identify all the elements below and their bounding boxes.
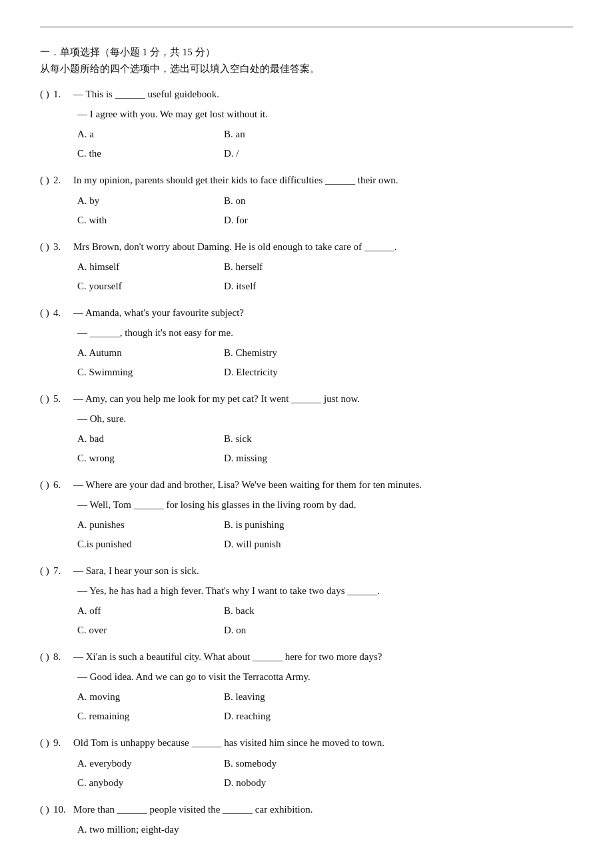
question-7-option-1-0: C. over: [77, 621, 224, 639]
question-9-options-row-1: C. anybodyD. nobody: [77, 774, 573, 792]
question-4-option-0-1: B. Chemistry: [224, 344, 370, 362]
question-4-option-1-1: D. Electricity: [224, 363, 370, 381]
questions-container: ( )1.— This is ______ useful guidebook.—…: [40, 86, 573, 839]
question-1-line-0: ( )1.— This is ______ useful guidebook.: [40, 86, 573, 103]
question-3-line-0: ( )3.Mrs Brown, don't worry about Daming…: [40, 239, 573, 256]
question-2-line-0: ( )2.In my opinion, parents should get t…: [40, 172, 573, 189]
question-5-text: — Amy, can you help me look for my pet c…: [73, 391, 573, 408]
question-5-line-0: ( )5.— Amy, can you help me look for my …: [40, 391, 573, 408]
question-8-line-0: ( )8.— Xi'an is such a beautiful city. W…: [40, 649, 573, 666]
question-8-options-row-1: C. remainingD. reaching: [77, 707, 573, 725]
question-8-paren: ( ): [40, 651, 53, 663]
question-10-option-0-1: [224, 821, 370, 839]
question-3-num: 3.: [53, 241, 73, 253]
question-8-num: 8.: [53, 651, 73, 663]
question-7-option-0-1: B. back: [224, 602, 370, 620]
question-7-options-row-1: C. overD. on: [77, 621, 573, 639]
question-6-option-0-0: A. punishes: [77, 516, 224, 534]
question-6-answer-line: — Well, Tom ______ for losing his glasse…: [77, 497, 573, 514]
question-2-text: In my opinion, parents should get their …: [73, 172, 573, 189]
question-2: ( )2.In my opinion, parents should get t…: [40, 172, 573, 229]
question-1: ( )1.— This is ______ useful guidebook.—…: [40, 86, 573, 163]
top-divider: [40, 27, 573, 27]
question-3-paren: ( ): [40, 241, 53, 253]
question-9-paren: ( ): [40, 737, 53, 749]
question-3-text: Mrs Brown, don't worry about Daming. He …: [73, 239, 573, 256]
question-3-option-1-0: C. yourself: [77, 277, 224, 295]
question-10-option-0-0: A. two million; eight-day: [77, 821, 224, 839]
question-5-option-1-0: C. wrong: [77, 449, 224, 467]
question-2-options-row-0: A. byB. on: [77, 192, 573, 210]
section-title: 一．单项选择（每小题 1 分，共 15 分）: [40, 46, 573, 59]
question-6: ( )6.— Where are your dad and brother, L…: [40, 477, 573, 553]
question-1-text: — This is ______ useful guidebook.: [73, 86, 573, 103]
question-7-text: — Sara, I hear your son is sick.: [73, 563, 573, 580]
question-2-num: 2.: [53, 175, 73, 186]
question-5-paren: ( ): [40, 393, 53, 405]
question-2-option-0-1: B. on: [224, 192, 370, 210]
question-8-option-1-1: D. reaching: [224, 707, 370, 725]
question-6-options-row-1: C.is punishedD. will punish: [77, 535, 573, 553]
question-6-option-1-1: D. will punish: [224, 535, 370, 553]
question-1-option-1-0: C. the: [77, 145, 224, 163]
question-1-option-1-1: D. /: [224, 145, 370, 163]
question-8-option-0-0: A. moving: [77, 688, 224, 706]
question-2-options-row-1: C. withD. for: [77, 211, 573, 229]
question-4-line-0: ( )4.— Amanda, what's your favourite sub…: [40, 305, 573, 322]
question-6-paren: ( ): [40, 479, 53, 491]
question-9-option-1-0: C. anybody: [77, 774, 224, 792]
question-9-option-1-1: D. nobody: [224, 774, 370, 792]
question-9-option-0-1: B. somebody: [224, 755, 370, 773]
question-6-num: 6.: [53, 479, 73, 491]
question-4-num: 4.: [53, 307, 73, 319]
question-4-option-0-0: A. Autumn: [77, 344, 224, 362]
question-4-paren: ( ): [40, 307, 53, 319]
question-10-text: More than ______ people visited the ____…: [73, 801, 573, 819]
question-1-option-0-1: B. an: [224, 125, 370, 143]
question-2-option-0-0: A. by: [77, 192, 224, 210]
question-7-line-0: ( )7.— Sara, I hear your son is sick.: [40, 563, 573, 580]
question-2-option-1-1: D. for: [224, 211, 370, 229]
question-3-options-row-1: C. yourselfD. itself: [77, 277, 573, 295]
question-3: ( )3.Mrs Brown, don't worry about Daming…: [40, 239, 573, 296]
question-1-answer-line: — I agree with you. We may get lost with…: [77, 106, 573, 123]
question-9-num: 9.: [53, 737, 73, 749]
question-5-answer-line: — Oh, sure.: [77, 411, 573, 428]
question-2-paren: ( ): [40, 175, 53, 186]
question-8-text: — Xi'an is such a beautiful city. What a…: [73, 649, 573, 666]
question-4-options-row-1: C. SwimmingD. Electricity: [77, 363, 573, 381]
question-5-options-row-1: C. wrongD. missing: [77, 449, 573, 467]
question-10-num: 10.: [53, 804, 73, 815]
question-5-option-1-1: D. missing: [224, 449, 370, 467]
question-8-option-1-0: C. remaining: [77, 707, 224, 725]
question-7-option-1-1: D. on: [224, 621, 370, 639]
question-2-option-1-0: C. with: [77, 211, 224, 229]
question-7: ( )7.— Sara, I hear your son is sick.— Y…: [40, 563, 573, 639]
question-3-options-row-0: A. himselfB. herself: [77, 258, 573, 276]
question-9-options-row-0: A. everybodyB. somebody: [77, 755, 573, 773]
question-6-line-0: ( )6.— Where are your dad and brother, L…: [40, 477, 573, 494]
question-4: ( )4.— Amanda, what's your favourite sub…: [40, 305, 573, 381]
question-9-line-0: ( )9.Old Tom is unhappy because ______ h…: [40, 735, 573, 752]
question-5: ( )5.— Amy, can you help me look for my …: [40, 391, 573, 467]
question-8-options-row-0: A. movingB. leaving: [77, 688, 573, 706]
question-4-text: — Amanda, what's your favourite subject?: [73, 305, 573, 322]
question-3-option-0-0: A. himself: [77, 258, 224, 276]
question-9-text: Old Tom is unhappy because ______ has vi…: [73, 735, 573, 752]
question-1-paren: ( ): [40, 89, 53, 100]
question-5-num: 5.: [53, 393, 73, 405]
instructions: 从每小题所给的四个选项中，选出可以填入空白处的最佳答案。: [40, 63, 573, 75]
question-5-option-0-1: B. sick: [224, 430, 370, 448]
question-9-option-0-0: A. everybody: [77, 755, 224, 773]
question-5-option-0-0: A. bad: [77, 430, 224, 448]
question-9: ( )9.Old Tom is unhappy because ______ h…: [40, 735, 573, 792]
question-4-options-row-0: A. AutumnB. Chemistry: [77, 344, 573, 362]
question-10-line-0: ( )10.More than ______ people visited th…: [40, 801, 573, 819]
question-1-option-0-0: A. a: [77, 125, 224, 143]
question-7-paren: ( ): [40, 565, 53, 577]
question-7-options-row-0: A. offB. back: [77, 602, 573, 620]
question-8: ( )8.— Xi'an is such a beautiful city. W…: [40, 649, 573, 725]
question-6-text: — Where are your dad and brother, Lisa? …: [73, 477, 573, 494]
question-4-answer-line: — ______, though it's not easy for me.: [77, 325, 573, 342]
question-1-options-row-0: A. aB. an: [77, 125, 573, 143]
